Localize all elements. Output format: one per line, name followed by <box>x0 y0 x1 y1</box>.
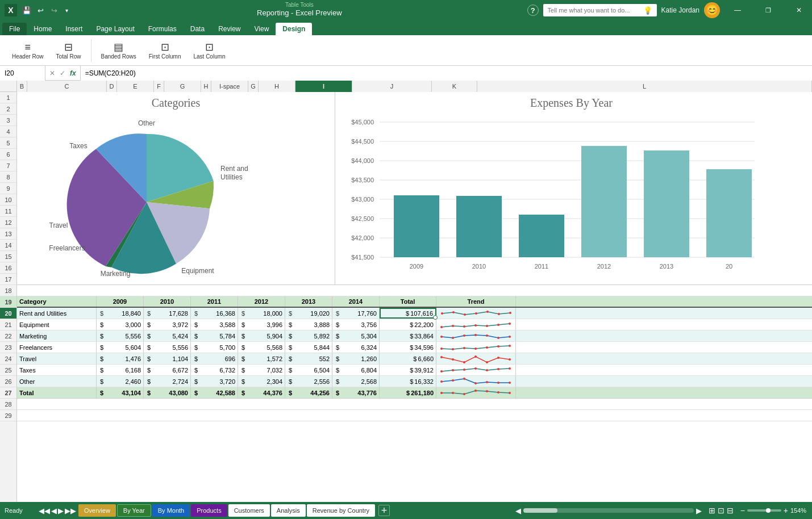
sheet-tab-analysis[interactable]: Analysis <box>271 504 306 517</box>
ribbon-btn-total-row[interactable]: ⊟ Total Row <box>51 39 86 61</box>
zoom-minus[interactable]: − <box>740 506 745 515</box>
header-2009: 2009 <box>97 296 144 307</box>
col-header-I-spacer[interactable]: I-space <box>211 81 248 92</box>
cell-g-20[interactable]: 17,628 <box>152 308 191 319</box>
tab-insert[interactable]: Insert <box>59 23 89 35</box>
add-sheet-button[interactable]: + <box>378 505 390 516</box>
cell-cat-21[interactable]: Equipment <box>17 319 97 330</box>
col-header-F[interactable]: F <box>154 81 164 92</box>
ribbon-btn-first-col[interactable]: ⊡ First Column <box>144 39 186 61</box>
confirm-formula-icon[interactable]: ✓ <box>58 68 67 78</box>
col-header-B[interactable]: B <box>17 81 27 92</box>
tab-data[interactable]: Data <box>184 23 211 35</box>
scroll-track[interactable] <box>523 508 694 513</box>
tab-file[interactable]: File <box>2 23 27 35</box>
cell-m-20[interactable]: 19,020 <box>293 308 332 319</box>
nav-first-arrow[interactable]: ◀◀ <box>39 507 50 515</box>
table-row-20[interactable]: Rent and Utilities $ 18,840 $ 17,628 $ 1… <box>17 308 812 319</box>
table-row-25[interactable]: Taxes $ 6,168 $ 6,672 $ 6,732 $ 7,032 $ … <box>17 365 812 376</box>
sparkline-23 <box>436 342 516 353</box>
nav-prev-arrow[interactable]: ◀ <box>51 507 57 515</box>
col-header-K[interactable]: J <box>352 81 432 92</box>
save-icon[interactable]: 💾 <box>20 4 33 16</box>
table-row-26[interactable]: Other $ 2,460 $ 2,724 $ 3,720 $ 2,304 $ … <box>17 376 812 387</box>
page-layout-view-icon[interactable]: ⊡ <box>718 506 724 515</box>
col-header-C[interactable]: C <box>27 81 107 92</box>
ribbon-separator-1 <box>91 39 91 62</box>
restore-button[interactable]: ❐ <box>755 0 781 20</box>
table-row-21[interactable]: Equipment $ 3,000 $ 3,972 $ 3,588 $ 3,99… <box>17 319 812 330</box>
zoom-slider-track[interactable] <box>747 509 781 512</box>
row-num-26: 26 <box>0 376 16 387</box>
cell-h-20[interactable]: $ <box>191 308 199 319</box>
sheet-tab-by-year[interactable]: By Year <box>117 504 151 517</box>
ribbon-btn-header-row[interactable]: ≡ Header Row <box>7 40 49 61</box>
close-button[interactable]: ✕ <box>786 0 812 20</box>
table-row-22[interactable]: Marketing $ 5,556 $ 5,424 $ 5,784 $ 5,90… <box>17 330 812 342</box>
search-input[interactable] <box>548 7 641 14</box>
svg-point-51 <box>452 337 454 339</box>
cell-i-20[interactable]: 16,368 <box>199 308 238 319</box>
cell-k-20[interactable]: 18,000 <box>246 308 285 319</box>
cell-n-20[interactable]: $ <box>332 308 340 319</box>
search-box[interactable]: 💡 <box>543 4 657 16</box>
sheet-tab-products[interactable]: Products <box>191 504 227 517</box>
sheet-tab-by-month[interactable]: By Month <box>152 504 190 517</box>
row-num-20: 20 <box>0 308 16 319</box>
col-header-M[interactable]: L <box>477 81 812 92</box>
cell-f-20[interactable]: $ <box>144 308 152 319</box>
nav-next-arrow[interactable]: ▶ <box>58 507 64 515</box>
undo-icon[interactable]: ↩ <box>34 4 47 16</box>
tab-design[interactable]: Design <box>276 23 312 35</box>
normal-view-icon[interactable]: ⊞ <box>709 506 715 515</box>
scroll-right-arrow[interactable]: ▶ <box>696 507 702 515</box>
ribbon-btn-last-col[interactable]: ⊡ Last Column <box>188 39 230 61</box>
window-title: Reporting - Excel Preview <box>257 8 342 18</box>
minimize-button[interactable]: — <box>724 0 751 20</box>
formula-input[interactable] <box>81 66 812 81</box>
sheet-tab-revenue-by-country[interactable]: Revenue by Country <box>307 504 375 517</box>
sparkline-26 <box>436 376 516 387</box>
col-header-I[interactable]: G <box>248 81 259 92</box>
col-header-D[interactable]: D <box>107 81 117 92</box>
scroll-thumb[interactable] <box>523 508 557 513</box>
tab-view[interactable]: View <box>248 23 276 35</box>
cell-ref-box[interactable]: I20 <box>0 66 45 81</box>
scroll-left-arrow[interactable]: ◀ <box>515 507 521 515</box>
row-num-2: 2 <box>0 103 16 115</box>
tab-formulas[interactable]: Formulas <box>141 23 184 35</box>
table-row-23[interactable]: Freelancers $ 5,604 $ 5,556 $ 5,700 $ 5,… <box>17 342 812 353</box>
redo-icon[interactable]: ↪ <box>48 4 60 16</box>
col-header-H[interactable]: H <box>201 81 211 92</box>
page-break-view-icon[interactable]: ⊟ <box>727 506 734 515</box>
cell-d-20[interactable]: $ <box>97 308 105 319</box>
cell-total-20[interactable]: $ 107,616 <box>380 308 436 319</box>
tab-review[interactable]: Review <box>211 23 247 35</box>
cell-cat-20[interactable]: Rent and Utilities <box>17 308 97 319</box>
col-header-J[interactable]: H <box>259 81 295 92</box>
ribbon-btn-banded-rows[interactable]: ▤ Banded Rows <box>96 39 141 61</box>
table-row-24[interactable]: Travel $ 1,476 $ 1,104 $ 696 $ 1,572 $ 5… <box>17 353 812 365</box>
insert-function-icon[interactable]: fx <box>68 68 78 78</box>
col-header-I-active[interactable]: I <box>295 81 352 92</box>
tab-page-layout[interactable]: Page Layout <box>89 23 141 35</box>
sheet-tab-customers[interactable]: Customers <box>228 504 270 517</box>
col-header-L[interactable]: K <box>432 81 477 92</box>
zoom-slider-thumb[interactable] <box>766 508 771 513</box>
cell-e-20[interactable]: 18,840 <box>105 308 144 319</box>
tab-home[interactable]: Home <box>27 23 59 35</box>
cancel-formula-icon[interactable]: ✕ <box>48 68 57 78</box>
sheet-tab-overview[interactable]: Overview <box>78 504 116 517</box>
cell-l-20[interactable]: $ <box>285 308 293 319</box>
help-icon[interactable]: ? <box>527 5 539 16</box>
cell-o-20[interactable]: 17,760 <box>340 308 380 319</box>
svg-text:20: 20 <box>726 263 732 270</box>
col-header-G[interactable]: G <box>164 81 201 92</box>
svg-point-50 <box>440 336 443 338</box>
table-row-total[interactable]: Total $ 43,104 $ 43,080 $ 42,588 $ 44,37… <box>17 387 812 399</box>
quick-access-more[interactable]: ▾ <box>61 4 72 16</box>
zoom-plus[interactable]: + <box>784 506 788 515</box>
nav-last-arrow[interactable]: ▶▶ <box>65 507 76 515</box>
col-header-E[interactable]: E <box>117 81 154 92</box>
cell-j-20[interactable]: $ <box>238 308 246 319</box>
